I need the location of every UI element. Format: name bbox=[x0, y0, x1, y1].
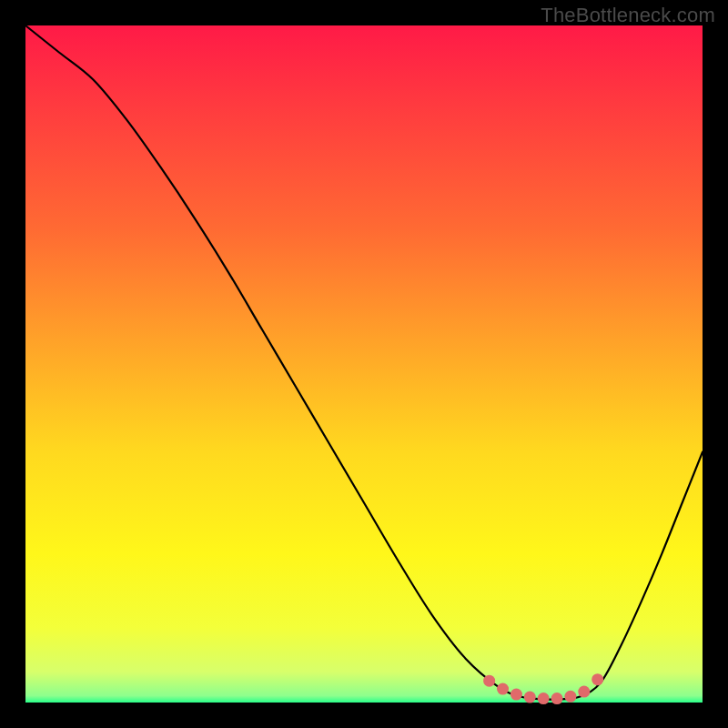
marker-dot bbox=[564, 691, 576, 703]
marker-dot bbox=[483, 675, 495, 687]
marker-dot bbox=[511, 689, 522, 701]
watermark-text: TheBottleneck.com bbox=[541, 4, 715, 27]
marker-dot bbox=[578, 686, 590, 698]
marker-dot bbox=[497, 683, 509, 695]
marker-dot bbox=[592, 673, 603, 685]
bottleneck-chart bbox=[0, 0, 728, 728]
marker-dot bbox=[524, 692, 536, 703]
marker-dot bbox=[538, 693, 550, 704]
chart-frame: TheBottleneck.com bbox=[0, 0, 728, 728]
marker-dot bbox=[551, 693, 563, 704]
plot-background bbox=[25, 25, 703, 703]
